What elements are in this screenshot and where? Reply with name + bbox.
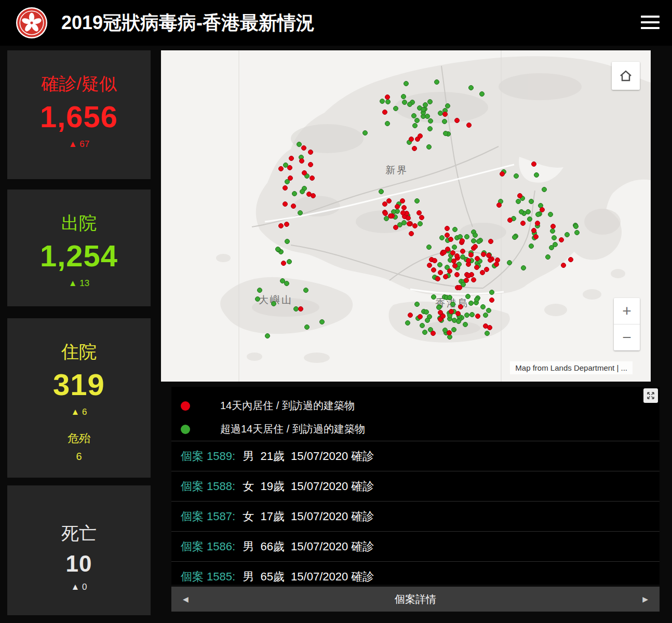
case-location-dot[interactable] bbox=[298, 210, 303, 215]
case-location-dot[interactable] bbox=[514, 173, 519, 179]
case-location-dot[interactable] bbox=[298, 306, 303, 312]
case-location-dot[interactable] bbox=[471, 277, 476, 282]
case-location-dot[interactable] bbox=[481, 252, 486, 257]
case-location-dot[interactable] bbox=[431, 294, 436, 300]
case-location-dot[interactable] bbox=[362, 130, 368, 136]
case-location-dot[interactable] bbox=[468, 301, 474, 306]
case-location-dot[interactable] bbox=[304, 324, 310, 330]
case-location-dot[interactable] bbox=[447, 334, 452, 340]
case-location-dot[interactable] bbox=[439, 235, 445, 240]
case-location-dot[interactable] bbox=[402, 100, 407, 105]
case-location-dot[interactable] bbox=[529, 199, 534, 204]
prev-page-arrow[interactable]: ◀ bbox=[183, 595, 189, 603]
next-page-arrow[interactable]: ▶ bbox=[642, 595, 648, 603]
case-location-dot[interactable] bbox=[474, 297, 479, 302]
case-location-dot[interactable] bbox=[445, 103, 450, 109]
case-location-dot[interactable] bbox=[468, 85, 474, 90]
case-location-dot[interactable] bbox=[406, 215, 411, 221]
case-location-dot[interactable] bbox=[289, 156, 294, 161]
case-location-dot[interactable] bbox=[412, 223, 418, 228]
case-location-dot[interactable] bbox=[414, 302, 420, 307]
case-location-dot[interactable] bbox=[447, 295, 452, 300]
case-location-dot[interactable] bbox=[291, 204, 296, 209]
case-location-dot[interactable] bbox=[404, 81, 409, 86]
case-location-dot[interactable] bbox=[552, 235, 557, 240]
case-location-dot[interactable] bbox=[418, 133, 423, 139]
case-location-dot[interactable] bbox=[535, 221, 540, 226]
case-location-dot[interactable] bbox=[456, 319, 461, 324]
case-location-dot[interactable] bbox=[447, 268, 452, 274]
case-location-dot[interactable] bbox=[301, 145, 306, 151]
case-location-dot[interactable] bbox=[545, 254, 550, 260]
case-location-dot[interactable] bbox=[529, 243, 534, 249]
case-location-dot[interactable] bbox=[531, 161, 536, 167]
case-location-dot[interactable] bbox=[550, 224, 556, 229]
case-location-dot[interactable] bbox=[454, 118, 460, 123]
case-location-dot[interactable] bbox=[573, 224, 579, 229]
case-location-dot[interactable] bbox=[395, 204, 400, 209]
case-location-dot[interactable] bbox=[466, 258, 471, 263]
case-location-dot[interactable] bbox=[265, 333, 270, 338]
case-location-dot[interactable] bbox=[471, 238, 476, 243]
case-location-dot[interactable] bbox=[278, 166, 284, 171]
case-location-dot[interactable] bbox=[287, 259, 292, 264]
map-widget[interactable]: 新界 大嶼山 香港島 + − Map from Lands Department… bbox=[161, 50, 651, 382]
case-location-dot[interactable] bbox=[407, 221, 412, 226]
case-location-dot[interactable] bbox=[401, 94, 406, 99]
case-location-dot[interactable] bbox=[455, 311, 461, 316]
case-location-dot[interactable] bbox=[255, 296, 260, 302]
case-location-dot[interactable] bbox=[533, 234, 539, 239]
case-location-dot[interactable] bbox=[414, 118, 420, 123]
case-location-dot[interactable] bbox=[401, 205, 407, 210]
case-location-dot[interactable] bbox=[409, 231, 414, 236]
case-location-dot[interactable] bbox=[388, 213, 393, 219]
case-location-dot[interactable] bbox=[464, 234, 469, 239]
case-location-dot[interactable] bbox=[424, 309, 429, 315]
case-location-dot[interactable] bbox=[475, 256, 480, 261]
case-location-dot[interactable] bbox=[526, 209, 531, 214]
case-location-dot[interactable] bbox=[414, 198, 420, 204]
case-location-dot[interactable] bbox=[488, 258, 493, 263]
case-location-dot[interactable] bbox=[300, 189, 305, 194]
case-location-dot[interactable] bbox=[420, 323, 425, 328]
case-location-dot[interactable] bbox=[310, 175, 315, 181]
case-location-dot[interactable] bbox=[427, 263, 432, 268]
case-location-dot[interactable] bbox=[489, 297, 494, 303]
case-location-dot[interactable] bbox=[308, 150, 313, 155]
zoom-out-button[interactable]: − bbox=[614, 324, 640, 350]
case-location-dot[interactable] bbox=[412, 146, 417, 151]
case-location-dot[interactable] bbox=[278, 223, 284, 228]
case-location-dot[interactable] bbox=[549, 245, 554, 250]
case-location-dot[interactable] bbox=[496, 202, 502, 208]
case-location-dot[interactable] bbox=[441, 250, 447, 255]
case-location-dot[interactable] bbox=[311, 193, 316, 198]
case-location-dot[interactable] bbox=[412, 123, 418, 128]
case-location-dot[interactable] bbox=[516, 199, 521, 204]
case-location-dot[interactable] bbox=[432, 258, 437, 263]
case-location-dot[interactable] bbox=[281, 261, 286, 266]
case-location-dot[interactable] bbox=[550, 228, 555, 234]
case-location-dot[interactable] bbox=[468, 252, 474, 258]
case-location-dot[interactable] bbox=[457, 285, 462, 290]
case-location-dot[interactable] bbox=[469, 312, 475, 317]
case-location-dot[interactable] bbox=[428, 118, 433, 124]
case-location-dot[interactable] bbox=[393, 225, 398, 230]
case-location-dot[interactable] bbox=[431, 331, 436, 336]
case-location-dot[interactable] bbox=[393, 106, 398, 111]
case-location-dot[interactable] bbox=[466, 123, 472, 128]
case-location-dot[interactable] bbox=[385, 99, 391, 104]
case-location-dot[interactable] bbox=[385, 121, 390, 126]
case-location-dot[interactable] bbox=[484, 267, 489, 272]
case-location-dot[interactable] bbox=[568, 257, 573, 262]
case-location-dot[interactable] bbox=[464, 278, 469, 283]
case-location-dot[interactable] bbox=[288, 175, 293, 181]
case-location-dot[interactable] bbox=[418, 221, 423, 226]
case-location-dot[interactable] bbox=[450, 302, 455, 307]
case-location-dot[interactable] bbox=[401, 220, 407, 225]
case-location-dot[interactable] bbox=[297, 142, 302, 147]
case-location-dot[interactable] bbox=[299, 158, 304, 164]
case-location-dot[interactable] bbox=[271, 301, 276, 306]
case-location-dot[interactable] bbox=[427, 126, 433, 131]
case-location-dot[interactable] bbox=[431, 267, 436, 273]
case-location-dot[interactable] bbox=[534, 172, 539, 178]
